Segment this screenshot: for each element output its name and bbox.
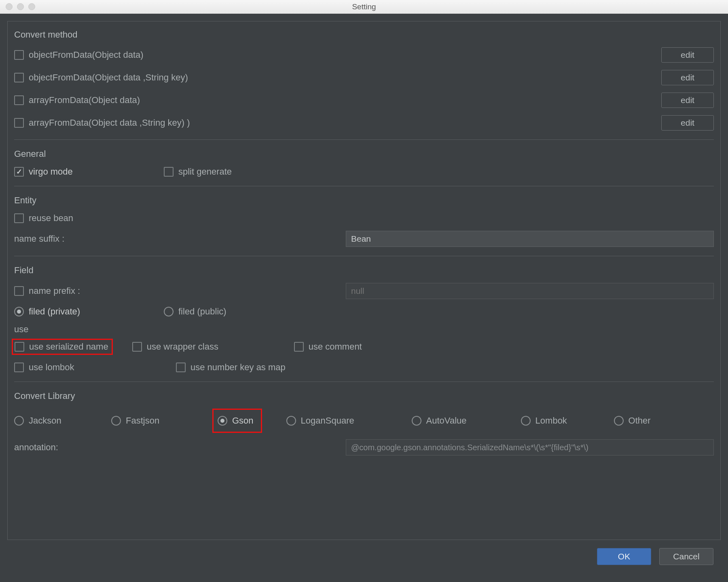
convert-method-heading: Convert method bbox=[14, 30, 714, 40]
entity-heading: Entity bbox=[14, 195, 714, 206]
lib-jackson-label: Jackson bbox=[29, 415, 61, 426]
ok-button[interactable]: OK bbox=[597, 548, 651, 565]
cancel-button[interactable]: Cancel bbox=[659, 548, 713, 565]
lib-jackson-radio[interactable] bbox=[14, 416, 24, 426]
divider-3 bbox=[14, 256, 714, 256]
lib-gson-label: Gson bbox=[232, 415, 254, 426]
reuse-bean-row: reuse bean bbox=[14, 213, 714, 224]
divider-4 bbox=[14, 382, 714, 382]
field-visibility-row: filed (private) filed (public) bbox=[14, 306, 714, 317]
method-row-1: objectFromData(Object data ,String key) … bbox=[14, 70, 714, 85]
name-suffix-input[interactable] bbox=[346, 231, 714, 247]
general-row: virgo mode split generate bbox=[14, 167, 714, 177]
annotation-label: annotation: bbox=[14, 442, 346, 453]
use-comment-checkbox[interactable] bbox=[294, 342, 304, 352]
use-options-row-1: use serialized name use wrapper class us… bbox=[14, 339, 714, 355]
reuse-bean-checkbox[interactable] bbox=[14, 213, 24, 223]
virgo-mode-checkbox[interactable] bbox=[14, 167, 24, 177]
method-1-label: objectFromData(Object data ,String key) bbox=[29, 72, 188, 83]
library-row: Jackson Fastjson Gson LoganSquare AutoVa… bbox=[14, 409, 714, 433]
use-lombok-label: use lombok bbox=[29, 362, 74, 373]
traffic-lights bbox=[0, 3, 35, 10]
use-wrapper-label: use wrapper class bbox=[147, 342, 218, 352]
use-serialized-highlight: use serialized name bbox=[12, 339, 113, 355]
use-comment-label: use comment bbox=[309, 342, 362, 352]
method-3-edit-button[interactable]: edit bbox=[661, 115, 714, 131]
name-prefix-input[interactable] bbox=[346, 283, 714, 299]
name-prefix-checkbox[interactable] bbox=[14, 286, 24, 296]
method-2-edit-button[interactable]: edit bbox=[661, 93, 714, 108]
split-generate-label: split generate bbox=[178, 167, 232, 177]
method-row-2: arrayFromData(Object data) edit bbox=[14, 93, 714, 108]
library-heading: Convert Library bbox=[14, 391, 714, 401]
name-suffix-label: name suffix : bbox=[14, 234, 346, 244]
split-generate-checkbox[interactable] bbox=[164, 167, 174, 177]
method-0-edit-button[interactable]: edit bbox=[661, 47, 714, 63]
lib-gson-radio[interactable] bbox=[218, 416, 227, 426]
footer: OK Cancel bbox=[7, 540, 721, 575]
field-public-radio[interactable] bbox=[164, 307, 174, 316]
lib-logansquare-label: LoganSquare bbox=[301, 415, 354, 426]
divider-2 bbox=[14, 186, 714, 186]
use-label: use bbox=[14, 324, 28, 335]
method-0-checkbox[interactable] bbox=[14, 50, 24, 60]
lib-fastjson-radio[interactable] bbox=[111, 416, 121, 426]
lib-logansquare-radio[interactable] bbox=[286, 416, 296, 426]
name-prefix-label: name prefix : bbox=[29, 286, 80, 296]
use-options-row-2: use lombok use number key as map bbox=[14, 362, 714, 373]
method-3-label: arrayFromData(Object data ,String key) ) bbox=[29, 118, 190, 128]
settings-window: Setting Convert method objectFromData(Ob… bbox=[0, 0, 728, 582]
use-label-row: use bbox=[14, 324, 714, 335]
reuse-bean-label: reuse bean bbox=[29, 213, 73, 224]
content-area: Convert method objectFromData(Object dat… bbox=[0, 14, 728, 582]
lib-fastjson-label: Fastjson bbox=[126, 415, 159, 426]
method-row-0: objectFromData(Object data) edit bbox=[14, 47, 714, 63]
lib-autovalue-radio[interactable] bbox=[412, 416, 421, 426]
annotation-input[interactable] bbox=[346, 439, 714, 455]
use-numkey-checkbox[interactable] bbox=[176, 363, 186, 372]
lib-lombok-radio[interactable] bbox=[521, 416, 531, 426]
use-serialized-label: use serialized name bbox=[29, 342, 108, 352]
lib-gson-highlight: Gson bbox=[212, 409, 262, 433]
method-3-checkbox[interactable] bbox=[14, 118, 24, 128]
field-private-label: filed (private) bbox=[29, 306, 80, 317]
use-wrapper-checkbox[interactable] bbox=[132, 342, 142, 352]
titlebar: Setting bbox=[0, 0, 728, 14]
minimize-icon[interactable] bbox=[17, 3, 24, 10]
lib-other-radio[interactable] bbox=[614, 416, 624, 426]
method-1-edit-button[interactable]: edit bbox=[661, 70, 714, 85]
general-heading: General bbox=[14, 149, 714, 159]
method-2-checkbox[interactable] bbox=[14, 95, 24, 105]
method-1-checkbox[interactable] bbox=[14, 73, 24, 82]
annotation-row: annotation: bbox=[14, 439, 714, 455]
use-serialized-checkbox[interactable] bbox=[15, 342, 24, 352]
settings-panel: Convert method objectFromData(Object dat… bbox=[7, 21, 721, 540]
close-icon[interactable] bbox=[6, 3, 13, 10]
lib-autovalue-label: AutoValue bbox=[426, 415, 467, 426]
field-private-radio[interactable] bbox=[14, 307, 24, 316]
lib-lombok-label: Lombok bbox=[535, 415, 567, 426]
zoom-icon[interactable] bbox=[28, 3, 35, 10]
field-heading: Field bbox=[14, 265, 714, 276]
window-title: Setting bbox=[352, 2, 376, 11]
field-public-label: filed (public) bbox=[178, 306, 226, 317]
method-0-label: objectFromData(Object data) bbox=[29, 50, 144, 60]
virgo-mode-label: virgo mode bbox=[29, 167, 73, 177]
use-numkey-label: use number key as map bbox=[190, 362, 286, 373]
name-suffix-row: name suffix : bbox=[14, 231, 714, 247]
method-row-3: arrayFromData(Object data ,String key) )… bbox=[14, 115, 714, 131]
divider-1 bbox=[14, 139, 714, 140]
method-2-label: arrayFromData(Object data) bbox=[29, 95, 140, 105]
lib-other-label: Other bbox=[629, 415, 651, 426]
use-lombok-checkbox[interactable] bbox=[14, 363, 24, 372]
name-prefix-row: name prefix : bbox=[14, 283, 714, 299]
